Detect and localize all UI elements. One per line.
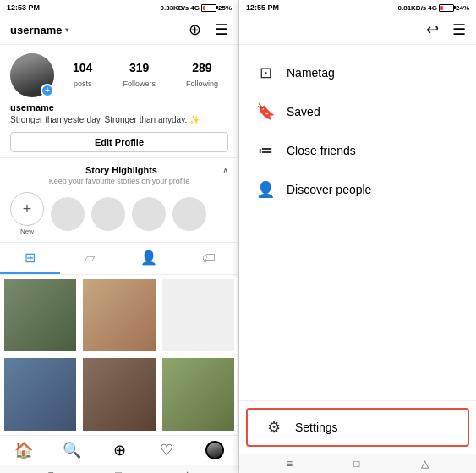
nav-home-button[interactable]: 🏠	[0, 441, 47, 459]
menu-item-nametag[interactable]: ⊡ Nametag	[239, 53, 476, 92]
bottom-nav-left: 🏠 🔍 ⊕ ♡	[0, 435, 238, 465]
chevron-down-icon: ▾	[65, 26, 68, 34]
nav-search-button[interactable]: 🔍	[47, 441, 95, 459]
username-display: username	[10, 102, 228, 113]
stat-followers-num: 319	[123, 61, 156, 74]
battery-icon-right	[439, 4, 454, 12]
highlights-header: Story Highlights ∧	[10, 165, 228, 175]
settings-gear-icon: ⚙	[265, 418, 283, 437]
menu-label-saved: Saved	[287, 105, 320, 118]
top-nav-left: username ▾ ⊕ ☰	[0, 15, 238, 45]
grid-img-6	[160, 355, 237, 432]
highlight-circle-3[interactable]	[132, 197, 166, 231]
search-icon: 🔍	[63, 441, 81, 459]
recent-button-left[interactable]: △	[183, 469, 191, 473]
back-button-left[interactable]: ≡	[47, 469, 53, 473]
photo-grid	[0, 275, 238, 435]
menu-item-saved[interactable]: 🔖 Saved	[239, 92, 476, 131]
tab-tagged-1[interactable]: 👤	[119, 243, 179, 274]
nametag-icon: ⊡	[256, 63, 275, 82]
battery-fill-left	[203, 6, 206, 10]
recent-button-right[interactable]: △	[421, 458, 429, 470]
grid-cell-2[interactable]	[80, 277, 157, 354]
highlight-circle-4[interactable]	[172, 197, 206, 231]
home-icon: 🏠	[14, 441, 33, 459]
status-icons-left: 0.33KB/s 4G 25%	[161, 4, 232, 12]
highlights-title: Story Highlights	[20, 165, 222, 175]
profile-stats: 104 posts 319 Followers 289 Following	[63, 61, 228, 90]
menu-list: ⊡ Nametag 🔖 Saved ≔ Close friends 👤 Disc…	[239, 45, 476, 267]
hamburger-menu-icon[interactable]: ☰	[452, 20, 466, 39]
grid-cell-5[interactable]	[80, 355, 157, 432]
stat-followers[interactable]: 319 Followers	[123, 61, 156, 90]
menu-label-nametag: Nametag	[287, 66, 335, 80]
highlight-circle-2[interactable]	[91, 197, 125, 231]
tagged-icon-2: 🏷	[202, 250, 216, 266]
grid-cell-1[interactable]	[2, 277, 79, 354]
settings-label: Settings	[295, 421, 338, 434]
status-icons-right: 0.81KB/s 4G 24%	[398, 4, 469, 12]
phone-bottom-left: ≡ □ △	[0, 465, 238, 473]
nav-heart-button[interactable]: ♡	[143, 441, 190, 459]
home-button-right[interactable]: □	[353, 458, 359, 470]
avatar-small	[205, 441, 224, 459]
stat-posts-num: 104	[73, 61, 92, 74]
back-arrow-icon[interactable]: ↩	[426, 20, 439, 39]
time-right: 12:55 PM	[246, 3, 279, 12]
menu-label-discover-people: Discover people	[287, 183, 371, 196]
menu-item-close-friends[interactable]: ≔ Close friends	[239, 131, 476, 170]
nav-profile-button[interactable]	[191, 441, 238, 459]
left-panel: 12:53 PM 0.33KB/s 4G 25% username ▾ ⊕ ☰	[0, 0, 239, 473]
highlights-subtitle: Keep your favourite stories on your prof…	[10, 177, 228, 185]
menu-item-discover-people[interactable]: 👤 Discover people	[239, 170, 476, 209]
profile-section: + 104 posts 319 Followers 289 Following …	[0, 45, 238, 157]
tab-grid[interactable]: ⊞	[0, 243, 60, 274]
right-bottom-area: ⚙ Settings ≡ □ △	[239, 267, 476, 473]
network-right: 4G	[428, 4, 437, 12]
profile-top: + 104 posts 319 Followers 289 Following	[10, 53, 228, 97]
heart-icon: ♡	[160, 441, 173, 459]
time-left: 12:53 PM	[7, 3, 40, 12]
tab-tagged-2[interactable]: 🏷	[179, 243, 239, 274]
back-button-right[interactable]: ≡	[287, 458, 293, 470]
add-story-badge[interactable]: +	[41, 84, 54, 97]
highlights-chevron-icon[interactable]: ∧	[222, 166, 228, 175]
grid-img-3	[160, 277, 237, 354]
grid-cell-4[interactable]	[2, 355, 79, 432]
right-top-nav: ↩ ☰	[239, 15, 476, 45]
settings-button[interactable]: ⚙ Settings	[246, 408, 469, 447]
grid-cell-6[interactable]	[160, 355, 237, 432]
new-highlight-button[interactable]: +	[10, 192, 44, 226]
saved-icon: 🔖	[256, 102, 275, 121]
stat-posts: 104 posts	[73, 61, 92, 90]
discover-people-icon: 👤	[256, 180, 275, 199]
bio-text: Stronger than yesterday, Stronger than a…	[10, 114, 228, 125]
menu-icon-left[interactable]: ☰	[215, 20, 228, 39]
tab-igtv[interactable]: ▱	[60, 243, 120, 274]
new-highlight-label: New	[20, 228, 34, 235]
stat-following-num: 289	[186, 61, 218, 74]
username-nav[interactable]: username ▾	[10, 24, 68, 36]
status-bar-left: 12:53 PM 0.33KB/s 4G 25%	[0, 0, 238, 15]
nav-icons: ⊕ ☰	[189, 20, 228, 39]
nav-add-button[interactable]: ⊕	[96, 441, 143, 459]
battery-fill-right	[440, 6, 443, 10]
home-button-left[interactable]: □	[115, 469, 121, 473]
highlights-row: + New	[10, 192, 228, 235]
settings-section: ⚙ Settings	[239, 400, 476, 454]
close-friends-icon: ≔	[256, 141, 275, 160]
new-highlight-wrap: + New	[10, 192, 44, 235]
grid-cell-3[interactable]	[160, 277, 237, 354]
battery-pct-right: 24%	[456, 4, 469, 12]
grid-icon: ⊞	[25, 250, 36, 266]
stat-followers-label: Followers	[123, 80, 156, 88]
tab-bar: ⊞ ▱ 👤 🏷	[0, 243, 238, 275]
highlight-circle-1[interactable]	[51, 197, 85, 231]
stat-following[interactable]: 289 Following	[186, 61, 218, 90]
edit-profile-button[interactable]: Edit Profile	[10, 132, 228, 152]
signal-left: 0.33KB/s	[161, 4, 189, 12]
menu-label-close-friends: Close friends	[287, 144, 356, 157]
battery-pct-left: 25%	[218, 4, 232, 12]
add-post-icon[interactable]: ⊕	[189, 20, 201, 39]
battery-icon-left	[201, 4, 216, 12]
